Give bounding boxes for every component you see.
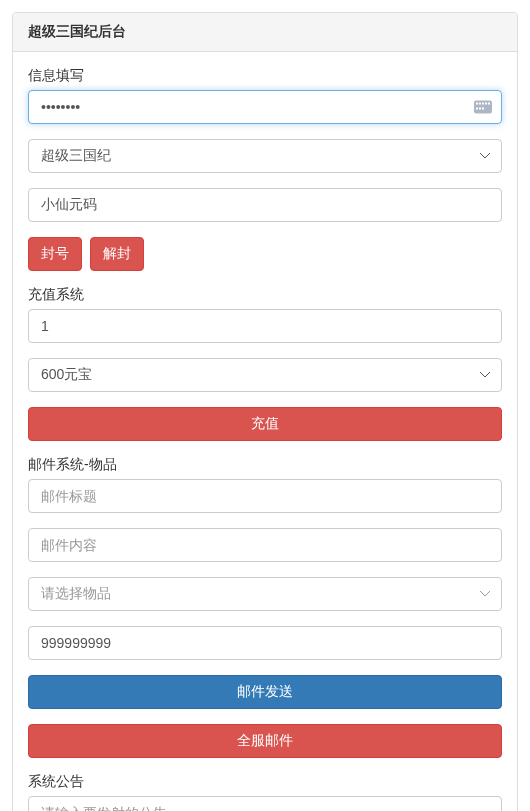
info-label: 信息填写	[28, 67, 502, 85]
mail-qty-input[interactable]	[28, 626, 502, 660]
mail-label: 邮件系统-物品	[28, 456, 502, 474]
mail-body-input[interactable]	[28, 528, 502, 562]
recharge-option-select[interactable]: 600元宝	[28, 358, 502, 392]
notice-label: 系统公告	[28, 773, 502, 791]
server-select[interactable]: 超级三国纪	[28, 139, 502, 173]
notice-input[interactable]	[28, 796, 502, 811]
ban-button[interactable]: 封号	[28, 237, 82, 271]
recharge-amount-input[interactable]	[28, 309, 502, 343]
mail-subject-input[interactable]	[28, 479, 502, 513]
mail-global-button[interactable]: 全服邮件	[28, 724, 502, 758]
mail-item-placeholder: 请选择物品	[41, 585, 111, 601]
mail-send-button[interactable]: 邮件发送	[28, 675, 502, 709]
player-input[interactable]	[28, 188, 502, 222]
recharge-button[interactable]: 充值	[28, 407, 502, 441]
password-input[interactable]	[28, 90, 502, 124]
panel-body: 信息填写 超级三国纪 封号 解封 充值系统	[13, 52, 517, 811]
keyboard-icon	[474, 101, 492, 114]
unban-button[interactable]: 解封	[90, 237, 144, 271]
panel-title: 超级三国纪后台	[13, 13, 517, 52]
recharge-label: 充值系统	[28, 286, 502, 304]
admin-panel: 超级三国纪后台 信息填写 超级三国纪 封号 解封	[12, 12, 518, 811]
recharge-option-value: 600元宝	[41, 366, 92, 382]
mail-item-select[interactable]: 请选择物品	[28, 577, 502, 611]
server-select-value: 超级三国纪	[41, 147, 111, 163]
